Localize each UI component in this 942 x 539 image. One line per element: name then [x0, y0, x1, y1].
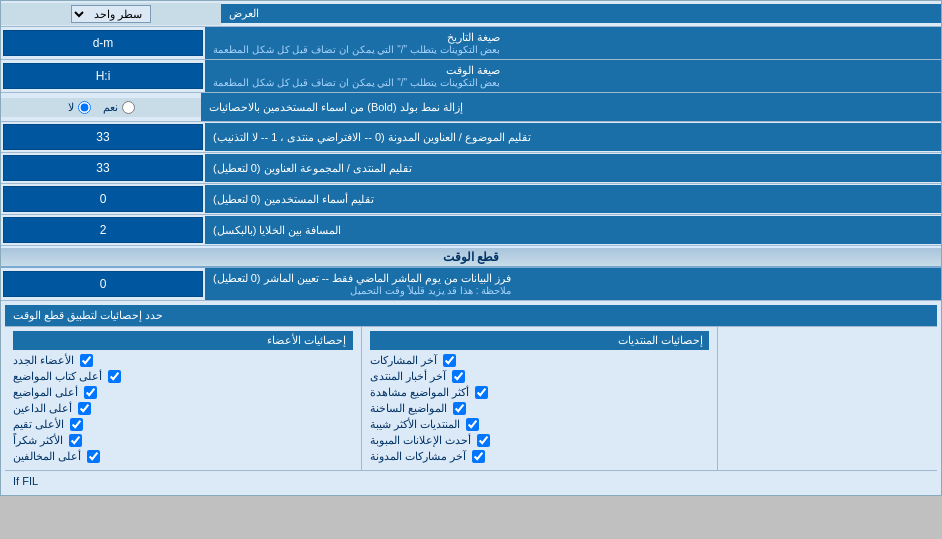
checkbox-new-members[interactable]: الأعضاء الجدد	[13, 354, 353, 367]
topic-trim-label: تقليم الموضوع / العناوين المدونة (0 -- ا…	[205, 123, 941, 151]
radio-no-label[interactable]: لا	[68, 101, 91, 114]
member-stats-col: إحصائيات الأعضاء الأعضاء الجدد أعلى كتاب…	[5, 327, 361, 470]
checkbox-top-rated[interactable]: الأعلى تقيم	[13, 418, 353, 431]
topic-trim-title: تقليم الموضوع / العناوين المدونة (0 -- ا…	[213, 131, 531, 144]
realtime-filter-input-container[interactable]	[3, 271, 203, 297]
cell-spacing-title: المسافة بين الخلايا (بالبكسل)	[213, 224, 342, 237]
forum-news-text: آخر أخبار المنتدى	[370, 370, 446, 382]
checkbox-last-posts-input[interactable]	[443, 354, 456, 367]
checkbox-top-violators[interactable]: أعلى المخالفين	[13, 450, 353, 463]
last-posts-text: آخر المشاركات	[370, 354, 437, 366]
checkbox-most-viewed-input[interactable]	[475, 386, 488, 399]
date-format-label: صيغة التاريخ بعض التكوينات يتطلب "/" الت…	[205, 27, 941, 59]
checkbox-top-rated-input[interactable]	[70, 418, 83, 431]
username-trim-input-container[interactable]	[3, 186, 203, 212]
checkbox-top-topic-writers[interactable]: أعلى كتاب المواضيع	[13, 370, 353, 383]
checkbox-last-posts[interactable]: آخر المشاركات	[370, 354, 710, 367]
checkbox-top-inviters-label[interactable]: أعلى الداعين	[13, 402, 72, 415]
checkbox-most-viewed[interactable]: أكثر المواضيع مشاهدة	[370, 386, 710, 399]
checkbox-top-topics-label[interactable]: أعلى المواضيع	[13, 386, 78, 399]
checkbox-most-popular-forums-input[interactable]	[466, 418, 479, 431]
realtime-filter-input[interactable]	[10, 275, 196, 293]
topic-trim-input[interactable]	[10, 128, 196, 146]
top-violators-text: أعلى المخالفين	[13, 450, 81, 462]
bold-remove-label: إزالة نمط بولد (Bold) من اسماء المستخدمي…	[201, 93, 941, 121]
lines-select[interactable]: سطر واحد سطران ثلاثة أسطر	[71, 5, 151, 23]
checkbox-classified-ads[interactable]: أحدث الإعلانات المبوبة	[370, 434, 710, 447]
checkbox-top-inviters[interactable]: أعلى الداعين	[13, 402, 353, 415]
checkbox-hot-topics[interactable]: المواضيع الساخنة	[370, 402, 710, 415]
username-trim-title: تقليم أسماء المستخدمين (0 لتعطيل)	[213, 193, 374, 206]
forum-trim-input-container[interactable]	[3, 155, 203, 181]
checkbox-forum-news[interactable]: آخر أخبار المنتدى	[370, 370, 710, 383]
top-topics-text: أعلى المواضيع	[13, 386, 78, 398]
checkbox-most-thankful-label[interactable]: الأكثر شكراً	[13, 434, 63, 447]
hot-topics-text: المواضيع الساخنة	[370, 402, 447, 414]
bold-remove-radio-area: نعم لا	[1, 98, 201, 117]
checkbox-top-violators-input[interactable]	[87, 450, 100, 463]
display-title-text: العرض	[229, 7, 259, 20]
checkbox-blog-posts-label[interactable]: آخر مشاركات المدونة	[370, 450, 466, 463]
checkbox-top-rated-label[interactable]: الأعلى تقيم	[13, 418, 64, 431]
checkbox-top-topics[interactable]: أعلى المواضيع	[13, 386, 353, 399]
checkbox-most-thankful-input[interactable]	[69, 434, 82, 447]
date-format-input[interactable]	[10, 34, 196, 52]
time-format-input[interactable]	[10, 67, 196, 85]
checkbox-top-topic-writers-input[interactable]	[108, 370, 121, 383]
if-fil-label: If FIL	[13, 475, 38, 487]
checkbox-most-viewed-label[interactable]: أكثر المواضيع مشاهدة	[370, 386, 469, 399]
forum-trim-input[interactable]	[10, 159, 196, 177]
username-trim-input[interactable]	[10, 190, 196, 208]
time-format-title: صيغة الوقت	[213, 64, 500, 77]
bold-remove-title: إزالة نمط بولد (Bold) من اسماء المستخدمي…	[209, 101, 463, 114]
checkbox-top-topics-input[interactable]	[84, 386, 97, 399]
member-stats-header-text: إحصائيات الأعضاء	[267, 334, 346, 346]
checkbox-new-members-input[interactable]	[80, 354, 93, 367]
stats-limit-label: حدد إحصائيات لتطبيق قطع الوقت	[5, 305, 937, 326]
participations-header-text: إحصائيات المنتديات	[618, 334, 703, 346]
date-format-input-container[interactable]	[3, 30, 203, 56]
radio-yes-label[interactable]: نعم	[103, 101, 135, 114]
stats-limit-text: حدد إحصائيات لتطبيق قطع الوقت	[13, 309, 163, 322]
checkbox-most-thankful[interactable]: الأكثر شكراً	[13, 434, 353, 447]
realtime-section-header: قطع الوقت	[1, 246, 941, 268]
realtime-section-title: قطع الوقت	[443, 250, 499, 264]
realtime-filter-title: فرز البيانات من يوم الماشر الماضي فقط --…	[213, 272, 511, 285]
checkbox-last-posts-label[interactable]: آخر المشاركات	[370, 354, 437, 367]
new-members-text: الأعضاء الجدد	[13, 354, 74, 366]
checkbox-most-popular-forums-label[interactable]: المنتديات الأكثر شيبة	[370, 418, 460, 431]
checkbox-blog-posts-input[interactable]	[472, 450, 485, 463]
forum-trim-title: تقليم المنتدى / المجموعة العناوين (0 لتع…	[213, 162, 412, 175]
radio-no-input[interactable]	[78, 101, 91, 114]
checkbox-classified-ads-input[interactable]	[477, 434, 490, 447]
checkbox-forum-news-input[interactable]	[452, 370, 465, 383]
checkbox-forum-news-label[interactable]: آخر أخبار المنتدى	[370, 370, 446, 383]
cell-spacing-label: المسافة بين الخلايا (بالبكسل)	[205, 216, 941, 244]
checkbox-most-popular-forums[interactable]: المنتديات الأكثر شيبة	[370, 418, 710, 431]
most-thankful-text: الأكثر شكراً	[13, 434, 63, 446]
participations-stats-header: إحصائيات المنتديات	[370, 331, 710, 350]
top-rated-text: الأعلى تقيم	[13, 418, 64, 430]
checkbox-top-topic-writers-label[interactable]: أعلى كتاب المواضيع	[13, 370, 102, 383]
date-format-sublabel: بعض التكوينات يتطلب "/" التي يمكن ان تضا…	[213, 44, 500, 55]
checkbox-top-violators-label[interactable]: أعلى المخالفين	[13, 450, 81, 463]
checkbox-blog-posts[interactable]: آخر مشاركات المدونة	[370, 450, 710, 463]
blog-posts-text: آخر مشاركات المدونة	[370, 450, 466, 462]
classified-ads-text: أحدث الإعلانات المبوبة	[370, 434, 471, 446]
time-format-input-container[interactable]	[3, 63, 203, 89]
realtime-filter-note: ملاحظة : هذا قد يزيد قليلاً وقت التحميل	[213, 285, 511, 296]
member-stats-header: إحصائيات الأعضاء	[13, 331, 353, 350]
lines-select-area[interactable]: سطر واحد سطران ثلاثة أسطر	[1, 3, 221, 25]
radio-yes-input[interactable]	[122, 101, 135, 114]
topic-trim-input-container[interactable]	[3, 124, 203, 150]
radio-yes-text: نعم	[103, 101, 118, 114]
checkbox-hot-topics-input[interactable]	[453, 402, 466, 415]
checkbox-hot-topics-label[interactable]: المواضيع الساخنة	[370, 402, 447, 415]
checkbox-top-inviters-input[interactable]	[78, 402, 91, 415]
display-label: العرض	[221, 4, 941, 23]
checkbox-new-members-label[interactable]: الأعضاء الجدد	[13, 354, 74, 367]
cell-spacing-input-container[interactable]	[3, 217, 203, 243]
time-format-label: صيغة الوقت بعض التكوينات يتطلب "/" التي …	[205, 60, 941, 92]
cell-spacing-input[interactable]	[10, 221, 196, 239]
checkbox-classified-ads-label[interactable]: أحدث الإعلانات المبوبة	[370, 434, 471, 447]
